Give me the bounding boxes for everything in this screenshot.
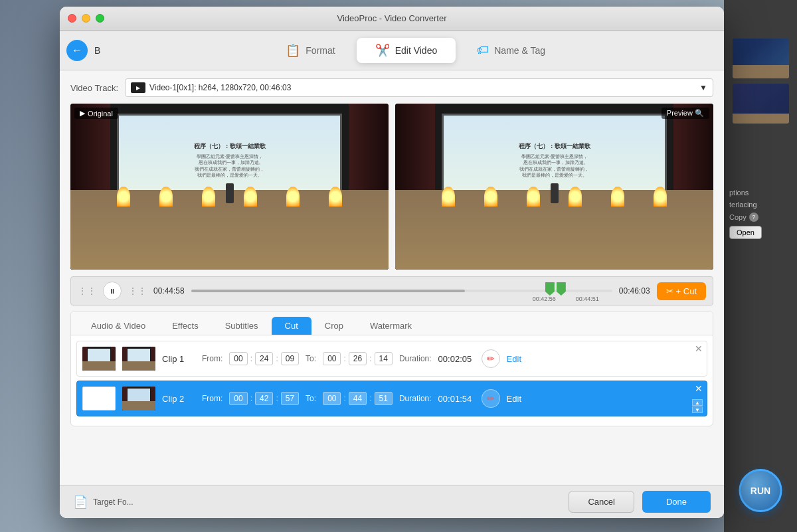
copy-label: Copy: [729, 213, 747, 221]
tab-crop[interactable]: Crop: [311, 317, 357, 335]
clip1-to-label: To:: [306, 354, 316, 363]
minimize-button[interactable]: [82, 14, 90, 23]
preview-label[interactable]: Preview 🔍: [662, 108, 709, 119]
format-icon: 📋: [286, 43, 300, 58]
clip1-to-m[interactable]: 26: [349, 352, 367, 365]
clip2-stepper-down[interactable]: ▼: [692, 406, 703, 413]
clip2-to-label: To:: [306, 394, 316, 403]
marker-time-1: 00:42:56: [533, 296, 556, 302]
clip1-from-h[interactable]: 00: [229, 352, 247, 365]
screen-text-left: 學團乙組元素‧愛蕾班主恩深情，恩在班成我們一事，加蹄乃遠,我們在成就在家，蕾蕾相…: [195, 153, 264, 177]
run-label: RUN: [751, 486, 770, 496]
marker-times: 00:42:56 00:44:51: [533, 296, 599, 302]
pause-button[interactable]: ⏸: [103, 282, 122, 300]
tab-name-tag-label: Name & Tag: [494, 45, 545, 56]
close-button[interactable]: [68, 14, 76, 23]
track-thumbnail: ▶: [131, 82, 145, 93]
preview-area: 程序（七）：歌頌一結業歌 學團乙組元素‧愛蕾班主恩深情，恩在班成我們一事，加蹄乃…: [70, 104, 713, 270]
tab-format[interactable]: 📋 Format: [267, 38, 353, 63]
play-icon: ▶: [80, 109, 85, 118]
content-area: Video Track: ▶ Video-1[0x1]: h264, 1280x…: [60, 70, 724, 518]
window-controls: [68, 14, 104, 23]
tab-audio-video[interactable]: Audio & Video: [78, 317, 159, 335]
clip1-to-time: 00 : 26 : 14: [323, 352, 393, 365]
clip2-to-h[interactable]: 00: [323, 392, 341, 405]
playback-bar: ⋮⋮ ⏸ ⋮⋮ 00:44:58 00:42:56 00:44:51 00:46…: [70, 276, 713, 306]
clip1-to-s[interactable]: 14: [375, 352, 393, 365]
clip2-from-time: 00 : 42 : 57: [229, 392, 299, 405]
interlacing-label: terlacing: [729, 201, 757, 209]
tab-effects[interactable]: Effects: [159, 317, 212, 335]
clip-row-2: Clip 2 From: 00 : 42 : 57 To: 00 : 44 :: [76, 381, 707, 416]
sidebar-thumb-1: [733, 39, 789, 78]
clip2-stepper-up[interactable]: ▲: [692, 399, 703, 406]
original-label: ▶ Original: [74, 108, 118, 119]
clip2-from-s[interactable]: 57: [281, 392, 299, 405]
track-value: Video-1[0x1]: h264, 1280x720, 00:46:03: [149, 83, 291, 92]
video-scene-left: 程序（七）：歌頌一結業歌 學團乙組元素‧愛蕾班主恩深情，恩在班成我們一事，加蹄乃…: [70, 104, 389, 270]
clip2-label: Clip 2: [162, 394, 195, 404]
clip2-to-time: 00 : 44 : 51: [323, 392, 393, 405]
clip2-duration-label: Duration:: [399, 394, 432, 403]
clip2-duration-value: 00:01:54: [438, 394, 475, 404]
clip2-to-m[interactable]: 44: [349, 392, 367, 405]
clip1-edit-link[interactable]: Edit: [507, 354, 521, 364]
screen-title-right: 程序（七）：歌頌一結業歌: [519, 142, 590, 151]
clip2-white: [82, 387, 116, 410]
tab-edit-video-label: Edit Video: [395, 45, 438, 56]
action-buttons: Cancel Done: [569, 491, 711, 513]
clip2-edit-icon-btn[interactable]: ✏: [482, 389, 500, 408]
clip1-from-s[interactable]: 09: [281, 352, 299, 365]
tab-name-tag[interactable]: 🏷 Name & Tag: [458, 38, 564, 62]
tab-subtitles[interactable]: Subtitles: [212, 317, 272, 335]
done-button[interactable]: Done: [642, 491, 711, 513]
tab-cut[interactable]: Cut: [272, 317, 311, 335]
clip2-close[interactable]: ✕: [695, 384, 703, 393]
video-track-bar: Video Track: ▶ Video-1[0x1]: h264, 1280x…: [70, 78, 713, 97]
clip2-edit-link[interactable]: Edit: [507, 394, 521, 404]
tab-edit-video[interactable]: ✂️ Edit Video: [357, 38, 456, 63]
tab-bar: 📋 Format ✂️ Edit Video 🏷 Name & Tag: [114, 38, 717, 63]
video-track-select[interactable]: ▶ Video-1[0x1]: h264, 1280x720, 00:46:03…: [125, 78, 713, 97]
timeline-slider[interactable]: 00:42:56 00:44:51: [191, 281, 612, 301]
main-window: VideoProc - Video Converter ← B 📋 Format…: [60, 7, 724, 518]
marker-time-2: 00:44:51: [576, 296, 599, 302]
scissors-icon: ✂: [666, 286, 673, 296]
title-bar: VideoProc - Video Converter: [60, 7, 724, 31]
target-format-area: 📄 Target Fo...: [73, 495, 133, 509]
cut-button[interactable]: ✂ + Cut: [657, 282, 706, 300]
back-label: B: [94, 45, 100, 56]
help-icon: ?: [749, 213, 758, 222]
decorations-right: [427, 187, 681, 207]
clip2-from-h[interactable]: 00: [229, 392, 247, 405]
open-button[interactable]: Open: [729, 226, 762, 239]
clip1-edit-icon-btn[interactable]: ✏: [482, 349, 500, 368]
end-time: 00:46:03: [619, 286, 650, 296]
clip1-label: Clip 1: [162, 354, 195, 364]
clip1-to-h[interactable]: 00: [323, 352, 341, 365]
video-track-label: Video Track:: [70, 83, 118, 93]
clip1-close[interactable]: ✕: [695, 344, 703, 353]
clip1-from-label: From:: [202, 354, 222, 363]
cut-markers: [545, 282, 566, 296]
right-panel: ptions terlacing Copy ? Open RUN: [724, 0, 797, 532]
preview-right: 程序（七）：歌頌一結業歌 學團乙組元素‧愛蕾班主恩深情，恩在班成我們一事，加蹄乃…: [395, 104, 713, 270]
dropdown-arrow: ▼: [699, 83, 707, 92]
screen-text-right: 學團乙組元素‧愛蕾班主恩深情，恩在班成我們一事，加蹄乃遠,我們在成就在家，蕾蕾相…: [519, 153, 589, 177]
video-scene-right: 程序（七）：歌頌一結業歌 學團乙組元素‧愛蕾班主恩深情，恩在班成我們一事，加蹄乃…: [395, 104, 713, 270]
edit-video-icon: ✂️: [375, 43, 390, 58]
clip2-to-s[interactable]: 51: [375, 392, 393, 405]
back-button[interactable]: ←: [66, 40, 88, 61]
clip1-edit-icon: ✏: [487, 353, 495, 364]
cancel-button[interactable]: Cancel: [569, 491, 634, 513]
clip1-from-m[interactable]: 24: [255, 352, 273, 365]
grip-icon-right: ⋮⋮: [128, 286, 147, 296]
tab-format-label: Format: [306, 45, 335, 56]
maximize-button[interactable]: [96, 14, 104, 23]
edit-tabs-container: Audio & Video Effects Subtitles Cut Crop…: [70, 311, 713, 426]
bottom-bar: 📄 Target Fo... Cancel Done: [60, 485, 724, 518]
tab-watermark[interactable]: Watermark: [357, 317, 425, 335]
nav-bar: ← B 📋 Format ✂️ Edit Video 🏷 Name & Tag: [60, 31, 724, 70]
run-button[interactable]: RUN: [739, 469, 782, 512]
clip2-from-m[interactable]: 42: [255, 392, 273, 405]
